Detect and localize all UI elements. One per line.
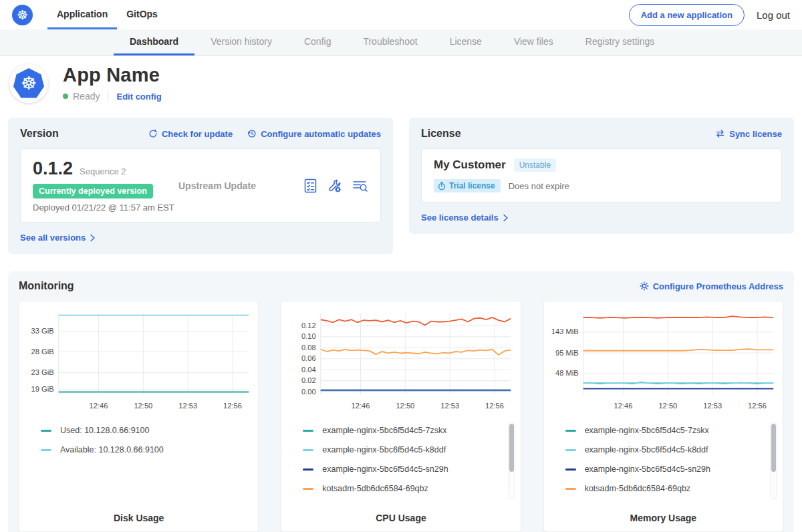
configure-automatic-updates-link[interactable]: Configure automatic updates [247,129,381,139]
license-type-badge: Trial license [434,179,501,192]
kubernetes-logo[interactable]: ☸ [12,5,33,25]
config-tools-icon[interactable] [327,178,342,193]
release-notes-icon[interactable] [303,178,317,193]
legend-item: example-nginx-5bc6f5d4c5-k8ddf [303,445,500,454]
see-all-versions-link[interactable]: See all versions [20,233,96,243]
tab-view-files[interactable]: View files [498,29,569,55]
memory-usage-chart-card: 143 MiB95 MiB48 MiB12:4612:5012:5312:56 … [543,301,783,532]
tab-troubleshoot[interactable]: Troubleshoot [347,29,433,55]
svg-text:12:46: 12:46 [352,402,370,410]
svg-text:12:46: 12:46 [614,402,632,410]
svg-text:0.00: 0.00 [301,388,316,396]
legend-item: example-nginx-5bc6f5d4c5-sn29h [303,464,500,474]
legend-color-dash [41,449,51,451]
legend-color-dash [565,469,576,471]
clock-rotate-icon [247,129,257,138]
legend-scrollbar[interactable] [508,422,515,499]
edit-config-link[interactable]: Edit config [116,92,161,102]
diff-view-icon[interactable] [352,178,368,193]
disk-usage-chart-card: 33 GiB28 GiB23 GiB19 GiB12:4612:5012:531… [19,301,259,532]
summary-cards-row: Version Check for update Configure autom… [0,112,802,254]
legend-color-dash [303,430,313,432]
legend-label: example-nginx-5bc6f5d4c5-sn29h [585,464,710,474]
topnav-tab-gitops[interactable]: GitOps [117,0,167,29]
kubernetes-app-icon: ☸ [13,68,44,99]
version-panel: Version Check for update Configure autom… [8,118,393,254]
topnav-tab-application[interactable]: Application [47,0,117,29]
sync-arrows-icon [715,129,725,138]
svg-text:12:46: 12:46 [90,402,108,410]
svg-text:33 GiB: 33 GiB [31,327,54,335]
channel-badge: Unstable [514,158,556,172]
legend-scrollbar-thumb[interactable] [771,424,776,472]
tab-license[interactable]: License [434,29,498,55]
k8s-wheel-icon: ☸ [17,9,28,21]
version-source: Upstream Update [178,180,303,191]
memory-usage-chart: 143 MiB95 MiB48 MiB12:4612:5012:5312:56 [548,308,779,416]
see-license-details-link[interactable]: See license details [421,213,509,223]
configure-prometheus-link[interactable]: Configure Prometheus Address [640,281,783,291]
license-panel-title: License [421,128,461,140]
license-panel: License Sync license My Customer Unstabl… [409,118,794,234]
disk-usage-chart: 33 GiB28 GiB23 GiB19 GiB12:4612:5012:531… [23,308,254,416]
legend-scrollbar[interactable] [770,422,777,499]
legend-item: example-nginx-5bc6f5d4c5-7zskx [565,426,763,435]
svg-text:143 MiB: 143 MiB [551,327,578,336]
legend-color-dash [303,488,313,490]
version-panel-title: Version [20,128,59,140]
legend-item: example-nginx-5bc6f5d4c5-sn29h [565,464,763,474]
k8s-wheel-icon: ☸ [21,75,37,93]
tab-dashboard[interactable]: Dashboard [114,29,194,55]
svg-text:19 GiB: 19 GiB [31,385,54,393]
license-expiry: Does not expire [509,181,569,191]
topnav-right: Add a new application Log out [629,4,790,26]
legend-item: example-nginx-5bc6f5d4c5-k8ddf [565,445,763,454]
customer-name: My Customer [434,158,506,172]
svg-text:48 MiB: 48 MiB [555,369,579,377]
disk-usage-legend: Used: 10.128.0.66:9100Available: 10.128.… [23,423,254,509]
legend-label: example-nginx-5bc6f5d4c5-k8ddf [322,445,446,454]
chart-title: CPU Usage [285,513,516,523]
svg-text:12:53: 12:53 [441,402,460,410]
legend-item: example-nginx-5bc6f5d4c5-7zskx [303,426,500,435]
tab-version-history[interactable]: Version history [194,29,288,55]
legend-label: example-nginx-5bc6f5d4c5-sn29h [322,464,448,474]
svg-text:0.10: 0.10 [301,332,316,340]
legend-scrollbar-thumb[interactable] [509,424,514,472]
add-new-application-button[interactable]: Add a new application [629,4,745,26]
svg-text:12:56: 12:56 [223,402,242,410]
monitoring-title: Monitoring [19,280,74,292]
deployed-badge: Currently deployed version [33,184,153,198]
top-nav: ☸ ApplicationGitOps Add a new applicatio… [0,0,802,29]
status-dot [63,94,68,99]
svg-text:0.12: 0.12 [301,321,316,329]
tab-registry-settings[interactable]: Registry settings [569,29,670,55]
legend-label: kotsadm-5db6dc6584-69qbz [585,484,690,493]
svg-text:0.04: 0.04 [301,366,316,374]
logout-button[interactable]: Log out [757,9,790,21]
tab-config[interactable]: Config [288,29,347,55]
svg-text:0.02: 0.02 [301,376,316,384]
chart-title: Memory Usage [548,513,779,523]
status-text: Ready [73,91,100,102]
svg-text:12:53: 12:53 [703,402,722,410]
svg-text:28 GiB: 28 GiB [31,348,54,356]
app-header: ☸ App Name Ready Edit config [0,56,802,112]
svg-text:12:50: 12:50 [396,402,415,410]
svg-text:12:53: 12:53 [178,402,197,410]
legend-label: Used: 10.128.0.66:9100 [60,426,149,435]
svg-text:0.06: 0.06 [301,354,316,362]
check-for-update-link[interactable]: Check for update [148,129,233,139]
charts-row: 33 GiB28 GiB23 GiB19 GiB12:4612:5012:531… [19,301,783,532]
app-avatar: ☸ [9,64,48,103]
app-sub-nav: DashboardVersion historyConfigTroublesho… [0,29,802,56]
license-detail-card: My Customer Unstable Trial license Does … [421,148,782,203]
svg-text:0.08: 0.08 [301,344,316,352]
stopwatch-icon [438,182,446,190]
sync-license-link[interactable]: Sync license [715,129,782,139]
cpu-usage-chart-card: 0.120.100.080.060.040.020.0012:4612:5012… [281,301,521,532]
refresh-icon [148,129,158,138]
current-version-card: 0.1.2 Sequence 2 Currently deployed vers… [20,148,381,223]
chevron-right-icon [90,234,96,242]
svg-text:95 MiB: 95 MiB [555,349,579,357]
